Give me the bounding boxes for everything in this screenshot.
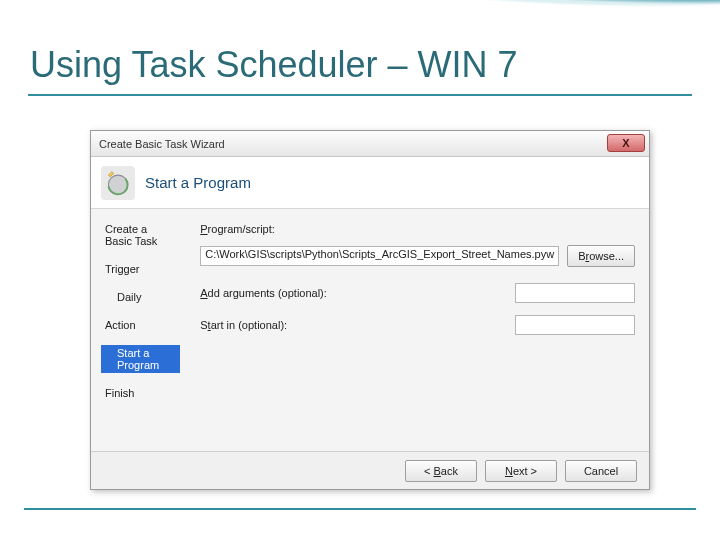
add-arguments-label: Add arguments (optional): [200,287,327,299]
sidebar-item-create-basic-task[interactable]: Create a Basic Task [101,221,180,249]
titlebar[interactable]: Create Basic Task Wizard X [91,131,649,157]
program-input[interactable]: C:\Work\GIS\scripts\Python\Scripts_ArcGI… [200,246,559,266]
wizard-header: Start a Program [91,157,649,209]
sidebar-item-start-a-program[interactable]: Start a Program [101,345,180,373]
sidebar-item-action[interactable]: Action [101,317,180,333]
close-icon: X [622,137,629,149]
close-button[interactable]: X [607,134,645,152]
wizard-body: Create a Basic Task Trigger Daily Action… [91,209,649,451]
sidebar-item-daily[interactable]: Daily [101,289,180,305]
sidebar-item-trigger[interactable]: Trigger [101,261,180,277]
accent-line-top [28,94,692,96]
window-title: Create Basic Task Wizard [99,138,225,150]
wizard-main: Program/script: C:\Work\GIS\scripts\Pyth… [186,209,649,451]
wizard-step-title: Start a Program [145,174,251,191]
cancel-button[interactable]: Cancel [565,460,637,482]
slide-background: Using Task Scheduler – WIN 7 Create Basi… [0,0,720,540]
slide-title: Using Task Scheduler – WIN 7 [30,44,518,86]
sidebar-item-finish[interactable]: Finish [101,385,180,401]
program-script-label: Program/script: [200,223,635,235]
browse-button[interactable]: Browse... [567,245,635,267]
add-arguments-input[interactable] [515,283,635,303]
start-in-input[interactable] [515,315,635,335]
wizard-icon [101,166,135,200]
wizard-footer: < Back Next > Cancel [91,451,649,489]
next-button[interactable]: Next > [485,460,557,482]
start-in-label: Start in (optional): [200,319,287,331]
back-button[interactable]: < Back [405,460,477,482]
accent-line-bottom [24,508,696,510]
program-row: C:\Work\GIS\scripts\Python\Scripts_ArcGI… [200,245,635,267]
wizard-sidebar: Create a Basic Task Trigger Daily Action… [91,209,186,451]
task-wizard-dialog: Create Basic Task Wizard X Start a Progr… [90,130,650,490]
